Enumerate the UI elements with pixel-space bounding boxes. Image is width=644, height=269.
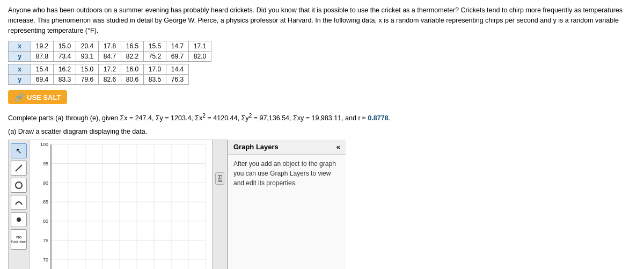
table1-x-label: x xyxy=(9,41,31,52)
table2-y-label: y xyxy=(9,75,31,85)
table2-y-6: 83.5 xyxy=(144,75,166,85)
table1-y-7: 69.7 xyxy=(166,52,189,62)
part-a-label: (a) Draw a scatter diagram displaying th… xyxy=(8,128,636,135)
table2-y-5: 80.6 xyxy=(121,75,144,85)
table2-y-1: 69.4 xyxy=(31,75,54,85)
summary-text: Complete parts (a) through (e), given Σx… xyxy=(8,112,636,123)
table1-x-2: 15.0 xyxy=(54,41,76,52)
table1-y-2: 73.4 xyxy=(54,52,76,62)
fill-button-area: Fill xyxy=(213,140,228,269)
table1-y-8: 82.0 xyxy=(189,52,211,62)
svg-rect-3 xyxy=(30,140,212,269)
graph-panel-header: Graph Layers « xyxy=(228,140,346,155)
table1-y-4: 84.7 xyxy=(99,52,121,62)
table1-x-4: 17.8 xyxy=(99,41,121,52)
graph-panel-close-button[interactable]: « xyxy=(336,143,340,151)
curve-tool-button[interactable] xyxy=(11,195,27,210)
table1-y-3: 93.1 xyxy=(76,52,99,62)
graph-panel-title: Graph Layers xyxy=(233,143,279,151)
y-label-80: 80 xyxy=(43,219,48,224)
y-label-70: 70 xyxy=(43,257,48,263)
table2-x-7: 14.4 xyxy=(166,64,189,75)
y-label-90: 90 xyxy=(43,180,48,186)
table1-x-7: 14.7 xyxy=(166,41,189,52)
table2-x-3: 15.0 xyxy=(76,64,99,75)
graph-panel-text: After you add an object to the graph you… xyxy=(233,159,340,188)
table1-x-5: 16.5 xyxy=(121,41,144,52)
y-label-95: 95 xyxy=(43,161,48,166)
intro-paragraph: Anyone who has been outdoors on a summer… xyxy=(8,5,636,35)
table1-y-5: 82.2 xyxy=(121,52,144,62)
salt-icon: 🔗 xyxy=(14,93,24,101)
y-label-100: 100 xyxy=(40,142,48,147)
graph-area: ↖ NoSolution ? Help xyxy=(8,140,636,269)
no-solution-button[interactable]: NoSolution xyxy=(11,229,27,250)
svg-point-1 xyxy=(16,182,22,188)
y-label-75: 75 xyxy=(43,238,48,243)
table1-y-label: y xyxy=(9,52,31,62)
svg-line-0 xyxy=(16,165,22,171)
table2-x-2: 16.2 xyxy=(54,64,76,75)
table1-y-1: 87.8 xyxy=(31,52,54,62)
table2-x-5: 16.0 xyxy=(121,64,144,75)
table2-x-6: 17.0 xyxy=(144,64,166,75)
table2-y-2: 83.3 xyxy=(54,75,76,85)
table2-x-label: x xyxy=(9,64,31,75)
table1-x-8: 17.1 xyxy=(189,41,211,52)
data-tables: x 19.2 15.0 20.4 17.8 16.5 15.5 14.7 17.… xyxy=(8,41,636,85)
table1-x-1: 19.2 xyxy=(31,41,54,52)
svg-point-2 xyxy=(17,217,21,222)
use-salt-button[interactable]: 🔗 USE SALT xyxy=(8,90,67,104)
no-solution-label: NoSolution xyxy=(11,235,27,245)
graph-wrapper: 100 95 90 85 80 75 70 65 13 14 15 16 17 … xyxy=(30,140,213,269)
line-tool-button[interactable] xyxy=(11,161,27,176)
graph-layers-panel: Graph Layers « After you add an object t… xyxy=(228,140,346,269)
table2-y-3: 79.6 xyxy=(76,75,99,85)
table1-x-3: 20.4 xyxy=(76,41,99,52)
graph-toolbar: ↖ NoSolution ? Help xyxy=(8,140,30,269)
point-tool-button[interactable] xyxy=(11,212,27,227)
circle-tool-button[interactable] xyxy=(11,178,27,193)
table1-x-6: 15.5 xyxy=(144,41,166,52)
table2-y-7: 76.3 xyxy=(166,75,189,85)
table2-y-4: 82.6 xyxy=(99,75,121,85)
table2-x-1: 15.4 xyxy=(31,64,54,75)
graph-panel-content: After you add an object to the graph you… xyxy=(228,155,346,192)
y-label-85: 85 xyxy=(43,199,48,205)
data-table-2: x 15.4 16.2 15.0 17.2 16.0 17.0 14.4 y 6… xyxy=(8,64,189,85)
select-tool-button[interactable]: ↖ xyxy=(11,143,27,158)
graph-svg[interactable]: 100 95 90 85 80 75 70 65 13 14 15 16 17 … xyxy=(30,140,212,269)
fill-button[interactable]: Fill xyxy=(215,172,224,185)
table1-y-6: 75.2 xyxy=(144,52,166,62)
graph-container[interactable]: 100 95 90 85 80 75 70 65 13 14 15 16 17 … xyxy=(30,140,213,269)
data-table-1: x 19.2 15.0 20.4 17.8 16.5 15.5 14.7 17.… xyxy=(8,41,211,62)
use-salt-label: USE SALT xyxy=(27,93,61,101)
table2-x-4: 17.2 xyxy=(99,64,121,75)
